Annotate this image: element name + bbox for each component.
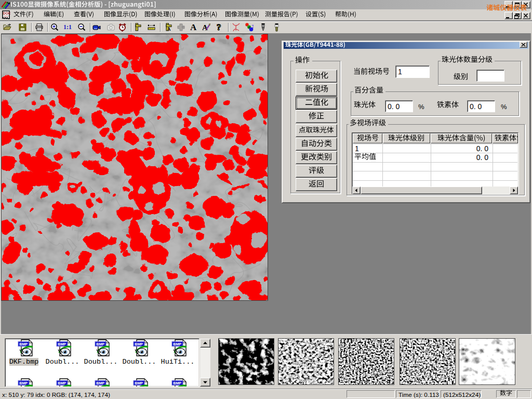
svg-text:BMP: BMP (135, 342, 143, 347)
svg-text:A: A (167, 26, 171, 32)
svg-text:BMP: BMP (173, 342, 181, 347)
svg-text:BMP: BMP (173, 381, 181, 385)
svg-text:BMP: BMP (19, 381, 28, 385)
svg-text:BMP: BMP (58, 381, 66, 385)
svg-text:BMP: BMP (135, 381, 143, 385)
svg-text:3: 3 (252, 24, 254, 29)
svg-text:BMP: BMP (96, 381, 104, 385)
svg-text:BMP: BMP (19, 342, 28, 347)
svg-text:BMP: BMP (58, 342, 66, 347)
svg-text:DOC: DOC (3, 11, 10, 15)
svg-text:BMP: BMP (96, 342, 104, 347)
